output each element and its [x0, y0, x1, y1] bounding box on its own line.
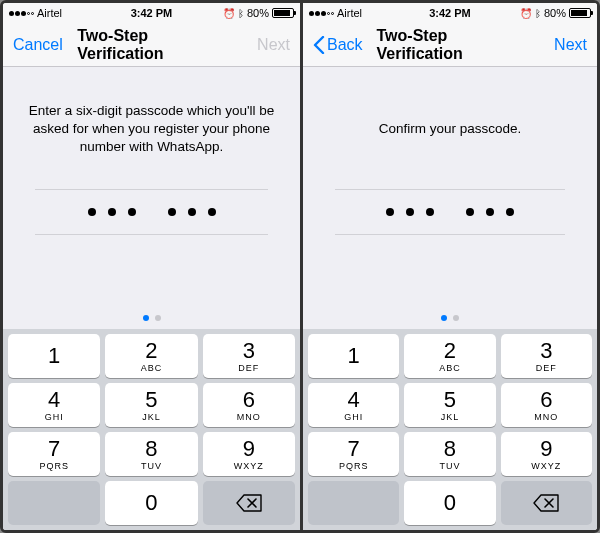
key-0[interactable]: 0	[404, 481, 495, 525]
content-area: Confirm your passcode.	[303, 67, 597, 235]
page-dot	[441, 315, 447, 321]
key-1[interactable]: 1	[8, 334, 100, 378]
screen-enter-passcode: Airtel 3:42 PM ⏰ ᛒ 80% Cancel Two-Step V…	[3, 3, 300, 530]
passcode-dot	[466, 208, 474, 216]
page-indicator	[303, 305, 597, 329]
alarm-icon: ⏰	[520, 8, 532, 19]
page-indicator	[3, 305, 300, 329]
battery-icon	[569, 8, 591, 18]
key-4[interactable]: 4GHI	[8, 383, 100, 427]
page-title: Two-Step Verification	[77, 27, 226, 63]
page-dot	[155, 315, 161, 321]
key-6[interactable]: 6MNO	[203, 383, 295, 427]
key-9[interactable]: 9WXYZ	[501, 432, 592, 476]
key-backspace[interactable]	[203, 481, 295, 525]
clock-label: 3:42 PM	[429, 7, 471, 19]
nav-bar: Back Two-Step Verification Next	[303, 23, 597, 67]
nav-right-label: Next	[554, 36, 587, 54]
key-blank	[308, 481, 399, 525]
key-8[interactable]: 8TUV	[404, 432, 495, 476]
passcode-dot	[168, 208, 176, 216]
passcode-dot	[88, 208, 96, 216]
key-4[interactable]: 4GHI	[308, 383, 399, 427]
passcode-dot	[426, 208, 434, 216]
passcode-dot	[108, 208, 116, 216]
numeric-keypad: 1 2ABC 3DEF 4GHI 5JKL 6MNO 7PQRS 8TUV 9W…	[3, 329, 300, 530]
screen-confirm-passcode: Airtel 3:42 PM ⏰ ᛒ 80% Back Two-Step Ver…	[300, 3, 597, 530]
passcode-input[interactable]	[35, 189, 268, 235]
key-5[interactable]: 5JKL	[105, 383, 197, 427]
passcode-dot	[188, 208, 196, 216]
key-2[interactable]: 2ABC	[404, 334, 495, 378]
key-backspace[interactable]	[501, 481, 592, 525]
passcode-dot	[386, 208, 394, 216]
key-0[interactable]: 0	[105, 481, 197, 525]
passcode-dot	[506, 208, 514, 216]
nav-right-label: Next	[257, 36, 290, 54]
numeric-keypad: 1 2ABC 3DEF 4GHI 5JKL 6MNO 7PQRS 8TUV 9W…	[303, 329, 597, 530]
key-7[interactable]: 7PQRS	[308, 432, 399, 476]
key-5[interactable]: 5JKL	[404, 383, 495, 427]
key-8[interactable]: 8TUV	[105, 432, 197, 476]
key-6[interactable]: 6MNO	[501, 383, 592, 427]
passcode-input[interactable]	[335, 189, 565, 235]
key-blank	[8, 481, 100, 525]
content-area: Enter a six-digit passcode which you'll …	[3, 67, 300, 235]
key-3[interactable]: 3DEF	[203, 334, 295, 378]
key-3[interactable]: 3DEF	[501, 334, 592, 378]
passcode-dot	[486, 208, 494, 216]
passcode-dot	[406, 208, 414, 216]
signal-strength-icon	[309, 11, 334, 16]
bluetooth-icon: ᛒ	[535, 8, 541, 19]
carrier-label: Airtel	[37, 7, 62, 19]
key-9[interactable]: 9WXYZ	[203, 432, 295, 476]
nav-left-label: Back	[327, 36, 363, 54]
page-title: Two-Step Verification	[377, 27, 524, 63]
carrier-label: Airtel	[337, 7, 362, 19]
passcode-dot	[208, 208, 216, 216]
passcode-dot	[128, 208, 136, 216]
bluetooth-icon: ᛒ	[238, 8, 244, 19]
nav-left-label: Cancel	[13, 36, 63, 54]
status-bar: Airtel 3:42 PM ⏰ ᛒ 80%	[303, 3, 597, 23]
alarm-icon: ⏰	[223, 8, 235, 19]
backspace-icon	[236, 494, 262, 512]
prompt-text: Enter a six-digit passcode which you'll …	[25, 99, 278, 159]
page-dot	[453, 315, 459, 321]
next-button[interactable]: Next	[552, 32, 589, 58]
status-bar: Airtel 3:42 PM ⏰ ᛒ 80%	[3, 3, 300, 23]
clock-label: 3:42 PM	[131, 7, 173, 19]
page-dot	[143, 315, 149, 321]
battery-percent-label: 80%	[544, 7, 566, 19]
chevron-left-icon	[313, 36, 325, 54]
next-button[interactable]: Next	[255, 32, 292, 58]
backspace-icon	[533, 494, 559, 512]
prompt-text: Confirm your passcode.	[325, 99, 575, 159]
signal-strength-icon	[9, 11, 34, 16]
back-button[interactable]: Back	[311, 32, 365, 58]
cancel-button[interactable]: Cancel	[11, 32, 65, 58]
battery-percent-label: 80%	[247, 7, 269, 19]
nav-bar: Cancel Two-Step Verification Next	[3, 23, 300, 67]
key-1[interactable]: 1	[308, 334, 399, 378]
key-2[interactable]: 2ABC	[105, 334, 197, 378]
key-7[interactable]: 7PQRS	[8, 432, 100, 476]
battery-icon	[272, 8, 294, 18]
